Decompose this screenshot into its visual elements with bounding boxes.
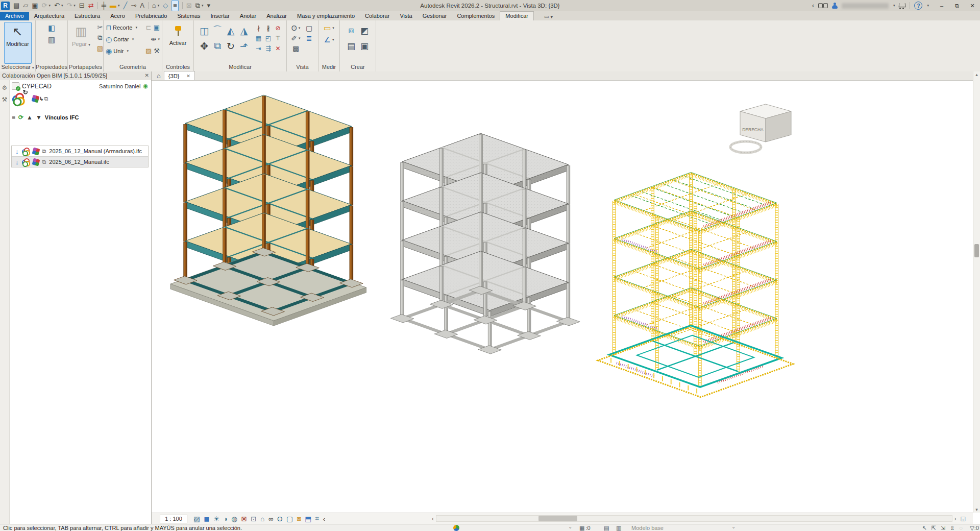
- tab-vista[interactable]: Vista: [395, 12, 417, 20]
- collapse-up-icon[interactable]: ▲: [27, 114, 33, 121]
- cortar-button[interactable]: ◴ Cortar▾ ⇹▾: [106, 34, 160, 44]
- drag-on-selection-icon[interactable]: ⇫: [950, 524, 954, 531]
- close-view-tab-icon[interactable]: ✕: [186, 74, 190, 79]
- tools-icon[interactable]: ⚒: [2, 96, 8, 103]
- openbim-update-icon[interactable]: ↻: [12, 93, 24, 105]
- tab-gestionar[interactable]: Gestionar: [418, 12, 452, 20]
- panel-label-vista[interactable]: Vista: [287, 64, 318, 71]
- close-hidden-windows-icon[interactable]: ⊠: [186, 1, 192, 11]
- scroll-up-icon[interactable]: ▴: [975, 71, 978, 78]
- palette-close-icon[interactable]: ✕: [145, 71, 149, 80]
- scroll-right-icon[interactable]: ›: [952, 515, 959, 522]
- temp-view-properties-icon[interactable]: ⌗: [315, 515, 320, 523]
- store-cart-icon[interactable]: [899, 3, 905, 9]
- selection-box-icon[interactable]: ▢: [286, 515, 293, 523]
- box-3d-icon[interactable]: ▢: [306, 24, 312, 32]
- scale-indicator[interactable]: 1 : 100: [160, 515, 187, 523]
- tab-estructura[interactable]: Estructura: [69, 12, 105, 20]
- fillet-icon[interactable]: ⌒: [213, 24, 223, 37]
- model-3d-rebar[interactable]: [586, 157, 789, 405]
- design-option-chevron[interactable]: ⌄: [731, 524, 736, 529]
- dashed-circle-icon[interactable]: ◌: [959, 524, 963, 531]
- paste-special-icon[interactable]: ▧: [97, 44, 103, 52]
- ifc-link-row[interactable]: ↓⧉2025_06_12_Manual.ifc: [12, 156, 148, 167]
- select-pinned-icon[interactable]: ⇲: [941, 524, 945, 531]
- redo-icon[interactable]: ↷▾: [66, 1, 75, 11]
- help-menu-chevron[interactable]: ▾: [927, 4, 929, 8]
- horizontal-scrollbar[interactable]: ‹ › ◱: [430, 515, 966, 522]
- switch-windows-icon[interactable]: ⧉▾: [195, 1, 204, 11]
- view-splitter-icon[interactable]: ◱: [961, 515, 966, 522]
- select-underlay-icon[interactable]: ⇱: [932, 524, 936, 531]
- offset-icon[interactable]: ⇹▾: [151, 35, 160, 43]
- trim-single-icon[interactable]: ⇥: [256, 45, 261, 52]
- demolish-icon[interactable]: ⚒: [154, 47, 160, 55]
- paste-button[interactable]: ▥ Pegar▾: [68, 22, 94, 64]
- lightbulb-icon[interactable]: ʘ▾: [291, 24, 300, 32]
- crop-off-icon[interactable]: ⊠: [241, 515, 247, 523]
- section-marker-icon[interactable]: ◇: [163, 1, 168, 11]
- user-avatar-icon[interactable]: [832, 3, 838, 9]
- tab-archivo[interactable]: Archivo: [0, 12, 29, 20]
- cut-icon[interactable]: ✂: [97, 23, 103, 31]
- panel-label-seleccionar[interactable]: Seleccionar▾: [0, 64, 35, 71]
- tab-modificar[interactable]: Modificar: [500, 11, 534, 20]
- print-icon[interactable]: ⊟: [79, 1, 85, 11]
- panel-label-controles[interactable]: Controles: [162, 64, 193, 71]
- trim-extend-corner-icon[interactable]: ⬏: [240, 40, 248, 52]
- align-icon[interactable]: ◫: [200, 25, 209, 37]
- settings-gear-icon[interactable]: ⚙: [2, 84, 8, 91]
- create-group-icon[interactable]: ▣: [360, 41, 369, 52]
- workset-chevron[interactable]: ⌄: [568, 524, 572, 529]
- vertical-scrollbar[interactable]: ▴ ▾: [973, 71, 980, 513]
- move-icon[interactable]: ✥: [200, 40, 208, 52]
- solid-geometry-icon[interactable]: ▣: [154, 23, 160, 31]
- palette-header[interactable]: Colaboración Open BIM [5.1.0.1 15/09/25]…: [0, 71, 151, 81]
- copy-to-clipboard-icon[interactable]: ⧉: [97, 34, 102, 42]
- split-gap-icon[interactable]: ∦: [267, 25, 270, 32]
- unpin-icon[interactable]: ⊘: [275, 25, 280, 32]
- open-icon[interactable]: ▱: [23, 1, 28, 11]
- home-icon[interactable]: ⌂▾: [152, 1, 159, 11]
- revit-logo[interactable]: R: [1, 2, 10, 10]
- measure-between-refs-icon[interactable]: ▭▾: [324, 23, 334, 33]
- panel-label-portapapeles[interactable]: Portapapeles: [68, 64, 103, 71]
- rotate-icon[interactable]: ↻: [227, 40, 235, 52]
- legend-component-icon[interactable]: ◩: [360, 26, 369, 36]
- sun-path-icon[interactable]: ☀: [213, 515, 219, 523]
- model-3d-revit-concrete[interactable]: [374, 124, 580, 363]
- minimize-button[interactable]: –: [934, 0, 949, 11]
- collapse-left-icon[interactable]: ‹: [812, 2, 814, 9]
- measure-icon[interactable]: ▬▾: [110, 1, 120, 11]
- paint-icon[interactable]: ▨: [145, 47, 152, 55]
- refresh-icon[interactable]: ⟳: [18, 114, 23, 121]
- family-types-icon[interactable]: ▥: [48, 35, 55, 44]
- reveal-hidden-icon[interactable]: ʘ: [277, 515, 283, 523]
- text-icon[interactable]: A: [140, 1, 144, 11]
- undo-icon[interactable]: ↶▾: [54, 1, 63, 11]
- viewbar-collapse-icon[interactable]: ‹: [323, 515, 326, 523]
- hscroll-track[interactable]: [436, 515, 952, 522]
- panel-label-propiedades[interactable]: Propiedades: [36, 64, 67, 71]
- create-component-icon[interactable]: ⧈: [349, 26, 354, 36]
- scroll-down-icon[interactable]: ▾: [975, 506, 978, 513]
- tab-insertar[interactable]: Insertar: [206, 12, 235, 20]
- panel-label-modificar[interactable]: Modificar: [194, 64, 286, 71]
- restore-button[interactable]: ⧉: [949, 0, 965, 11]
- recorte-button[interactable]: ⊓ Recorte▾ ⊏▣: [106, 22, 160, 33]
- displace-elements-icon[interactable]: ⧈: [297, 515, 301, 523]
- download-icon[interactable]: ↓: [15, 148, 19, 155]
- close-button[interactable]: ✕: [965, 0, 980, 11]
- search-icon[interactable]: [818, 3, 828, 8]
- bimserver-center-icon[interactable]: [453, 525, 459, 531]
- tab-complementos[interactable]: Complementos: [452, 12, 500, 20]
- sync-icon[interactable]: ⟳▾: [42, 1, 51, 11]
- panel-label-geometria[interactable]: Geometría: [104, 64, 162, 71]
- panel-label-medir[interactable]: Medir: [318, 64, 339, 71]
- select-links-icon[interactable]: ↖: [922, 524, 927, 531]
- visual-style-icon[interactable]: ◼: [204, 515, 209, 523]
- pin-icon[interactable]: ⊤: [275, 35, 280, 42]
- username-blurred[interactable]: [842, 3, 889, 9]
- ifc-link-row[interactable]: ↓⧉2025_06_12_Manual (Armaduras).ifc: [12, 146, 148, 156]
- properties-icon[interactable]: ◧: [48, 23, 55, 33]
